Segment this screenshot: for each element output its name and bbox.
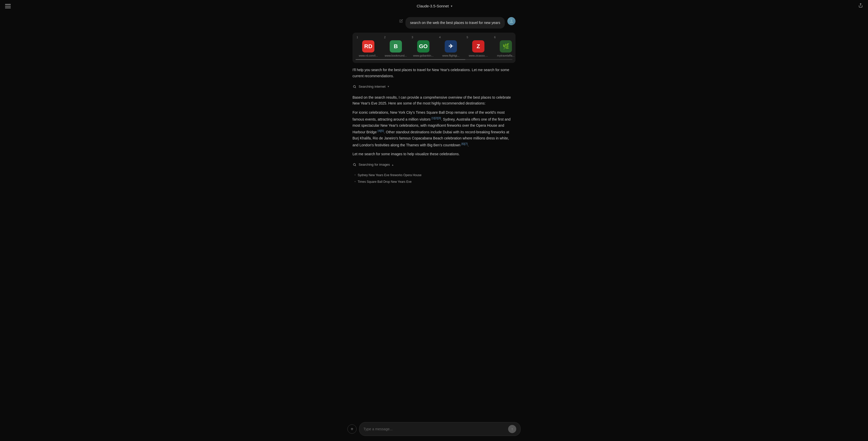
svg-point-4 <box>353 164 355 166</box>
citation-1[interactable]: [1][2][3] <box>431 117 441 120</box>
search-icon-images <box>352 163 356 167</box>
source-url-4: www.flightgi... <box>439 54 462 57</box>
sources-track: 1 RD www.rd.com/l... 2 B www.bookmund...… <box>355 36 516 57</box>
source-url-2: www.bookmund... <box>384 54 407 57</box>
add-attachment-button[interactable]: + <box>347 424 356 434</box>
body-2-end: . <box>468 143 469 147</box>
source-icon-flight: ✈ <box>445 40 457 53</box>
source-icon-text-6: 🌿 <box>502 43 509 50</box>
assistant-response: I'll help you search for the best places… <box>352 67 516 184</box>
source-icon-text-3: GO <box>419 43 428 50</box>
source-number-2: 2 <box>383 36 385 39</box>
source-icon-rd: RD <box>362 40 374 53</box>
source-icon-text-2: B <box>394 43 398 50</box>
searching-images-indicator[interactable]: Searching for images ▴ <box>352 160 516 169</box>
menu-button[interactable] <box>5 4 11 8</box>
source-number-4: 4 <box>438 36 441 39</box>
image-search-intro: Let me search for some images to help vi… <box>352 151 516 157</box>
share-button[interactable] <box>858 3 863 9</box>
source-item-6[interactable]: 6 🌿 mytravelaffa... <box>493 36 516 57</box>
message-input[interactable] <box>364 427 505 431</box>
topbar-left <box>5 4 11 8</box>
source-icon-text-5: Z <box>476 43 480 50</box>
svg-point-1 <box>511 19 513 21</box>
sources-bar: 1 RD www.rd.com/l... 2 B www.bookmund...… <box>352 33 516 63</box>
source-item-5[interactable]: 5 Z www.zicasso.... <box>466 36 491 57</box>
source-icon-text-4: ✈ <box>448 43 453 50</box>
bullet-2: • <box>354 179 355 184</box>
user-message-bubble: search on the web the best places to tra… <box>405 17 505 29</box>
image-query-2: Times Square Ball Drop New Years Eve <box>358 179 411 184</box>
add-icon: + <box>350 426 353 432</box>
image-search-item-2: • Times Square Ball Drop New Years Eve <box>354 179 516 184</box>
source-url-3: www.gobankin... <box>412 54 435 57</box>
input-area: + ↑ <box>0 419 868 441</box>
assistant-intro: I'll help you search for the best places… <box>352 67 516 79</box>
source-icon-go: GO <box>417 40 429 53</box>
source-number-6: 6 <box>493 36 496 39</box>
source-icon-travel: 🌿 <box>500 40 512 53</box>
input-wrapper: + ↑ <box>347 422 521 436</box>
image-search-item-1: • Sydney New Years Eve fireworks Opera H… <box>354 173 516 178</box>
image-search-items: • Sydney New Years Eve fireworks Opera H… <box>352 173 516 184</box>
sources-scrollbar <box>355 59 513 60</box>
user-message-actions <box>399 19 403 24</box>
message-input-container: ↑ <box>359 422 521 436</box>
searching-images-label: Searching for images <box>359 162 390 168</box>
search-icon-internet <box>352 85 356 89</box>
citation-2[interactable]: [4][5] <box>378 129 384 132</box>
citation-3[interactable]: [6][7] <box>462 142 468 145</box>
model-name: Claude-3.5-Sonnet <box>417 4 449 8</box>
model-chevron-icon: ▾ <box>451 4 452 8</box>
sources-scrollbar-thumb <box>355 59 465 60</box>
source-item-1[interactable]: 1 RD www.rd.com/l... <box>355 36 381 57</box>
searching-internet-chevron-icon: ▾ <box>388 84 389 89</box>
bullet-1: • <box>354 173 355 178</box>
source-number-3: 3 <box>410 36 413 39</box>
source-number-1: 1 <box>355 36 358 39</box>
topbar: Claude-3.5-Sonnet ▾ <box>0 0 868 12</box>
source-icon-text-1: RD <box>364 43 372 50</box>
edit-icon[interactable] <box>399 19 403 24</box>
user-message-wrapper: search on the web the best places to tra… <box>352 17 516 29</box>
model-selector[interactable]: Claude-3.5-Sonnet ▾ <box>417 4 452 8</box>
svg-line-3 <box>355 87 356 88</box>
searching-images-chevron-icon: ▴ <box>392 163 394 167</box>
source-url-5: www.zicasso.... <box>467 54 490 57</box>
source-number-5: 5 <box>466 36 468 39</box>
source-item-3[interactable]: 3 GO www.gobankin... <box>410 36 436 57</box>
avatar <box>507 17 516 25</box>
svg-point-2 <box>353 85 355 87</box>
chat-area: search on the web the best places to tra… <box>0 12 868 419</box>
send-icon: ↑ <box>512 427 513 431</box>
source-icon-book: B <box>390 40 402 53</box>
svg-line-5 <box>355 166 356 166</box>
topbar-right <box>858 3 863 9</box>
source-item-4[interactable]: 4 ✈ www.flightgi... <box>438 36 464 57</box>
searching-internet-indicator[interactable]: Searching internet ▾ <box>352 82 516 91</box>
source-icon-z: Z <box>472 40 485 53</box>
send-button[interactable]: ↑ <box>508 425 516 433</box>
source-item-2[interactable]: 2 B www.bookmund... <box>383 36 408 57</box>
source-url-6: mytravelaffa... <box>494 54 516 57</box>
image-query-1: Sydney New Years Eve fireworks Opera Hou… <box>358 173 422 178</box>
message-container: search on the web the best places to tra… <box>347 17 521 188</box>
source-url-1: www.rd.com/l... <box>357 54 380 57</box>
assistant-body-2: For iconic celebrations, New York City's… <box>352 110 516 148</box>
user-message-text: search on the web the best places to tra… <box>410 21 500 25</box>
assistant-body-1: Based on the search results, I can provi… <box>352 95 516 107</box>
searching-internet-label: Searching internet <box>359 84 385 89</box>
